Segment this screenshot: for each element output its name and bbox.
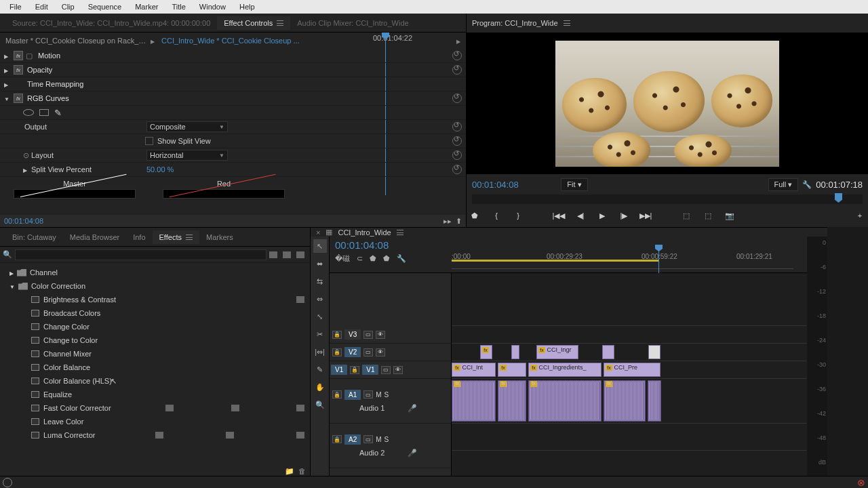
video-clip[interactable]: fx — [498, 363, 526, 377]
wrench-icon[interactable]: 🔧 — [802, 180, 812, 189]
video-clip[interactable]: fx CCI_Int — [452, 363, 496, 377]
selection-tool-icon[interactable]: ↖ — [313, 239, 327, 253]
burger-icon[interactable] — [186, 235, 193, 240]
burger-icon[interactable] — [277, 20, 283, 26]
ec-rgb-curves-row[interactable]: fx RGB Curves — [0, 92, 466, 106]
effect-item[interactable]: Channel Mixer — [0, 347, 310, 361]
effect-item[interactable]: Luma Corrector — [0, 428, 310, 442]
track-header-a1[interactable]: 🔒A1▭MS Audio 1🎤 — [330, 379, 451, 424]
export-frame-icon[interactable]: 📷 — [722, 207, 738, 224]
audio-clip[interactable]: fx — [452, 380, 496, 422]
tab-effect-controls[interactable]: Effect Controls — [217, 16, 290, 30]
zoom-fit-dropdown[interactable]: Fit ▾ — [561, 178, 588, 191]
ec-splitpct-row[interactable]: Split View Percent 50.00 % — [0, 163, 466, 177]
folder-channel[interactable]: Channel — [0, 266, 310, 279]
lock-icon[interactable]: 🔒 — [332, 390, 342, 399]
marker-icon[interactable]: ⬟ — [370, 254, 376, 263]
new-bin-icon[interactable]: 📁 — [285, 467, 294, 476]
pen-mask-icon[interactable]: ✎ — [54, 108, 62, 118]
effect-item[interactable]: Color Balance — [0, 361, 310, 374]
menu-sequence[interactable]: Sequence — [81, 1, 129, 12]
effect-item[interactable]: Change Color — [0, 320, 310, 333]
video-clip[interactable] — [648, 345, 660, 359]
audio-clip[interactable]: fx — [498, 380, 526, 422]
rect-mask-icon[interactable] — [39, 109, 49, 116]
play-icon[interactable]: ▶ — [594, 207, 610, 224]
filter-icon-3[interactable] — [296, 251, 304, 258]
effect-item[interactable]: Change to Color — [0, 333, 310, 347]
folder-color-correction[interactable]: Color Correction — [0, 279, 310, 293]
effect-item[interactable]: Fast Color Corrector — [0, 401, 310, 415]
hand-icon[interactable]: ✋ — [313, 380, 327, 394]
tab-media-browser[interactable]: Media Browser — [63, 230, 126, 244]
track-header-a2[interactable]: 🔒A2▭MS Audio 2🎤 — [330, 424, 451, 468]
linked-sel-icon[interactable]: ⊂ — [357, 254, 363, 263]
close-app-icon[interactable]: ⊗ — [857, 477, 865, 488]
rate-stretch-icon[interactable]: ⤡ — [313, 310, 327, 323]
video-clip[interactable]: fx CCI_Ingr — [536, 345, 578, 359]
video-clip[interactable]: fx CCI_Pre — [604, 363, 660, 377]
mic-icon[interactable]: 🎤 — [408, 404, 417, 413]
track-area[interactable]: fx fx CCI_Ingr fx CCI_Int fx fx CCI_Ingr… — [452, 273, 807, 488]
audio-clip[interactable]: fx — [528, 380, 601, 422]
track-header-v1[interactable]: V1🔒V1▭👁 — [330, 361, 451, 379]
menu-edit[interactable]: Edit — [28, 1, 55, 12]
track-header-v3[interactable]: 🔒V3▭👁 — [330, 326, 451, 344]
burger-icon[interactable] — [564, 20, 570, 26]
effects-tree[interactable]: Channel Color Correction Brightness & Co… — [0, 263, 310, 464]
menu-title[interactable]: Title — [165, 1, 192, 12]
reset-icon[interactable] — [452, 122, 462, 131]
ec-motion-row[interactable]: fx ▢ Motion — [0, 49, 466, 63]
mark-out-icon[interactable]: } — [510, 207, 526, 224]
output-dropdown[interactable]: Composite — [146, 121, 228, 132]
tab-source[interactable]: Source: CCI_Intro_Wide: CCI_Intro_Wide.m… — [5, 16, 217, 30]
red-curve[interactable] — [163, 189, 285, 199]
reset-icon[interactable] — [452, 150, 462, 160]
add-button-icon[interactable]: + — [852, 207, 868, 224]
ec-opacity-row[interactable]: fx Opacity — [0, 63, 466, 77]
eye-icon[interactable]: 👁 — [393, 366, 403, 374]
mark-in-icon[interactable]: { — [488, 207, 505, 224]
tab-audio-mixer[interactable]: Audio Clip Mixer: CCI_Intro_Wide — [290, 16, 415, 30]
menu-marker[interactable]: Marker — [128, 1, 165, 12]
master-curve[interactable] — [14, 189, 136, 199]
reset-icon[interactable] — [452, 165, 462, 174]
track-select-icon[interactable]: ⬌ — [313, 257, 327, 270]
lock-icon[interactable]: 🔒 — [332, 348, 342, 357]
tab-markers[interactable]: Markers — [199, 230, 240, 244]
effect-item[interactable]: Leave Color — [0, 415, 310, 428]
mic-icon[interactable]: 🎤 — [408, 449, 417, 458]
cc-icon[interactable] — [3, 478, 12, 487]
audio-clip[interactable] — [648, 380, 661, 422]
video-clip[interactable]: fx — [480, 345, 492, 359]
ellipse-mask-icon[interactable] — [23, 109, 34, 116]
program-tc-left[interactable]: 00:01:04:08 — [472, 180, 519, 190]
menu-window[interactable]: Window — [193, 1, 233, 12]
loop-icon[interactable]: ▸▸ — [443, 217, 452, 226]
menu-help[interactable]: Help — [233, 1, 262, 12]
close-icon[interactable]: × — [316, 228, 320, 237]
razor-icon[interactable]: ✂ — [313, 327, 327, 341]
track-a1[interactable]: fx fx fx fx — [452, 379, 807, 424]
track-v2[interactable]: fx fx CCI_Ingr — [452, 344, 807, 361]
effects-search-input[interactable] — [15, 249, 267, 260]
settings-icon[interactable]: ⬟ — [383, 254, 390, 263]
filter-icon-1[interactable] — [269, 251, 277, 258]
main-menubar[interactable]: File Edit Clip Sequence Marker Title Win… — [0, 0, 868, 14]
menu-file[interactable]: File — [3, 1, 28, 12]
track-a2[interactable] — [452, 424, 807, 451]
lock-icon[interactable]: 🔒 — [350, 366, 359, 374]
snap-icon[interactable]: �磁 — [335, 253, 350, 264]
wrench-icon[interactable]: 🔧 — [397, 254, 406, 263]
filter-icon-2[interactable] — [283, 251, 291, 258]
slip-icon[interactable]: |⇔| — [313, 345, 327, 359]
reset-icon[interactable] — [452, 136, 462, 146]
menu-clip[interactable]: Clip — [55, 1, 81, 12]
timeline-ruler[interactable]: :00:00 00:00:29:23 00:00:59:22 00:01:29:… — [452, 249, 793, 269]
extract-icon[interactable]: ⬚ — [700, 207, 716, 224]
resolution-dropdown[interactable]: Full ▾ — [768, 178, 799, 191]
layout-dropdown[interactable]: Horizontal — [146, 150, 228, 161]
track-v3[interactable] — [452, 326, 807, 344]
video-clip[interactable] — [602, 345, 614, 359]
eye-icon[interactable]: 👁 — [376, 348, 385, 357]
